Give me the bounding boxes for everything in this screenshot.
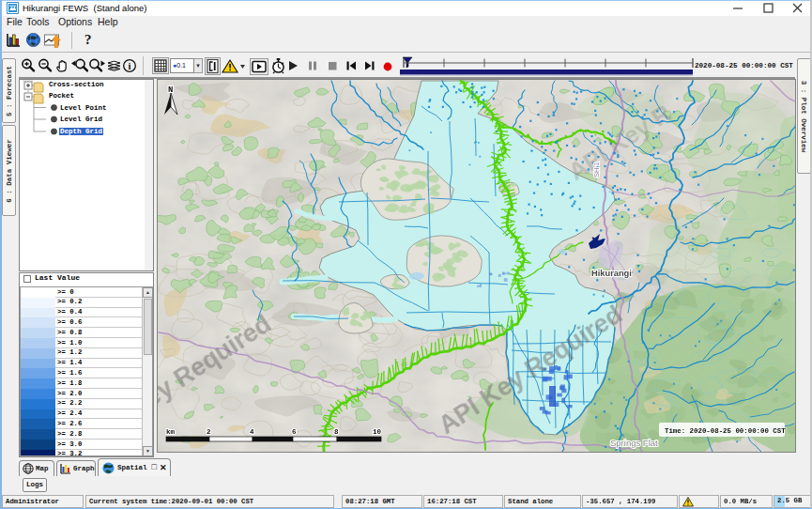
svg-text:8: 8	[334, 428, 339, 436]
svg-text:km: km	[166, 428, 176, 436]
svg-text:i: i	[129, 61, 131, 71]
svg-text:Time: 2020-08-25 00:00:00 CST: Time: 2020-08-25 00:00:00 CST	[665, 427, 786, 435]
svg-text:6: 6	[292, 428, 297, 436]
svg-text:Springs Flat: Springs Flat	[610, 438, 658, 448]
svg-text:10: 10	[373, 428, 382, 436]
svg-text:2: 2	[207, 428, 211, 436]
svg-text:Hikurangi: Hikurangi	[591, 269, 632, 278]
svg-text:4: 4	[250, 428, 254, 436]
svg-text:SH 1: SH 1	[592, 162, 601, 177]
